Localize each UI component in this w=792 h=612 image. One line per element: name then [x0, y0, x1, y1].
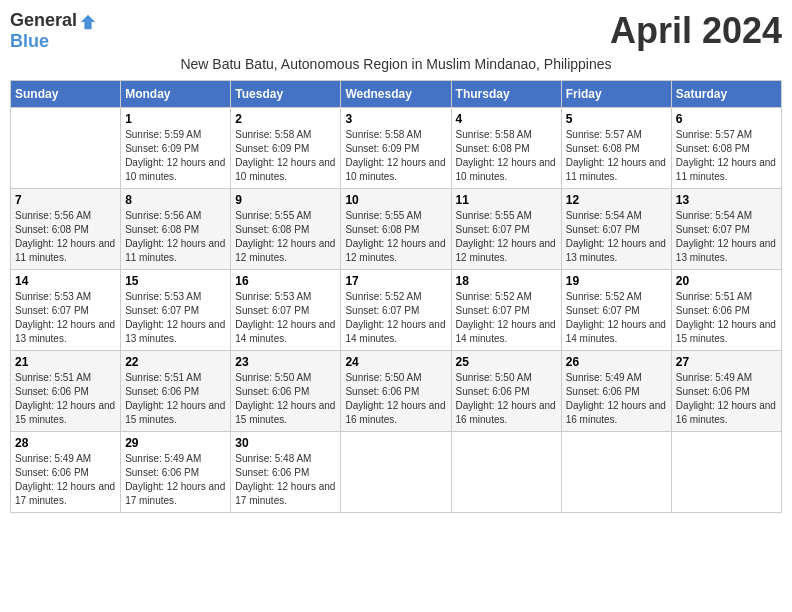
month-title: April 2024: [610, 10, 782, 52]
calendar-cell: 10Sunrise: 5:55 AMSunset: 6:08 PMDayligh…: [341, 189, 451, 270]
day-info: Sunrise: 5:59 AMSunset: 6:09 PMDaylight:…: [125, 128, 226, 184]
day-number: 23: [235, 355, 336, 369]
day-info: Sunrise: 5:52 AMSunset: 6:07 PMDaylight:…: [566, 290, 667, 346]
day-number: 30: [235, 436, 336, 450]
day-number: 9: [235, 193, 336, 207]
calendar-cell: 6Sunrise: 5:57 AMSunset: 6:08 PMDaylight…: [671, 108, 781, 189]
day-number: 20: [676, 274, 777, 288]
calendar-cell: 1Sunrise: 5:59 AMSunset: 6:09 PMDaylight…: [121, 108, 231, 189]
day-info: Sunrise: 5:51 AMSunset: 6:06 PMDaylight:…: [125, 371, 226, 427]
day-info: Sunrise: 5:52 AMSunset: 6:07 PMDaylight:…: [345, 290, 446, 346]
day-info: Sunrise: 5:58 AMSunset: 6:09 PMDaylight:…: [235, 128, 336, 184]
day-info: Sunrise: 5:58 AMSunset: 6:09 PMDaylight:…: [345, 128, 446, 184]
day-info: Sunrise: 5:50 AMSunset: 6:06 PMDaylight:…: [345, 371, 446, 427]
calendar-cell: [451, 432, 561, 513]
calendar-cell: 19Sunrise: 5:52 AMSunset: 6:07 PMDayligh…: [561, 270, 671, 351]
calendar-cell: 2Sunrise: 5:58 AMSunset: 6:09 PMDaylight…: [231, 108, 341, 189]
day-number: 3: [345, 112, 446, 126]
day-number: 29: [125, 436, 226, 450]
col-header-tuesday: Tuesday: [231, 81, 341, 108]
col-header-saturday: Saturday: [671, 81, 781, 108]
day-info: Sunrise: 5:48 AMSunset: 6:06 PMDaylight:…: [235, 452, 336, 508]
calendar-cell: 4Sunrise: 5:58 AMSunset: 6:08 PMDaylight…: [451, 108, 561, 189]
calendar-cell: 15Sunrise: 5:53 AMSunset: 6:07 PMDayligh…: [121, 270, 231, 351]
day-info: Sunrise: 5:51 AMSunset: 6:06 PMDaylight:…: [676, 290, 777, 346]
calendar-cell: 29Sunrise: 5:49 AMSunset: 6:06 PMDayligh…: [121, 432, 231, 513]
calendar-week-1: 1Sunrise: 5:59 AMSunset: 6:09 PMDaylight…: [11, 108, 782, 189]
day-info: Sunrise: 5:53 AMSunset: 6:07 PMDaylight:…: [235, 290, 336, 346]
calendar-cell: 16Sunrise: 5:53 AMSunset: 6:07 PMDayligh…: [231, 270, 341, 351]
day-number: 13: [676, 193, 777, 207]
day-number: 15: [125, 274, 226, 288]
day-number: 14: [15, 274, 116, 288]
day-info: Sunrise: 5:54 AMSunset: 6:07 PMDaylight:…: [676, 209, 777, 265]
day-number: 8: [125, 193, 226, 207]
day-number: 16: [235, 274, 336, 288]
day-number: 24: [345, 355, 446, 369]
day-number: 18: [456, 274, 557, 288]
calendar-cell: 30Sunrise: 5:48 AMSunset: 6:06 PMDayligh…: [231, 432, 341, 513]
day-info: Sunrise: 5:56 AMSunset: 6:08 PMDaylight:…: [15, 209, 116, 265]
day-info: Sunrise: 5:49 AMSunset: 6:06 PMDaylight:…: [566, 371, 667, 427]
day-number: 10: [345, 193, 446, 207]
calendar-cell: 8Sunrise: 5:56 AMSunset: 6:08 PMDaylight…: [121, 189, 231, 270]
svg-marker-0: [81, 15, 95, 29]
col-header-sunday: Sunday: [11, 81, 121, 108]
day-info: Sunrise: 5:53 AMSunset: 6:07 PMDaylight:…: [15, 290, 116, 346]
calendar-cell: 7Sunrise: 5:56 AMSunset: 6:08 PMDaylight…: [11, 189, 121, 270]
day-number: 2: [235, 112, 336, 126]
col-header-monday: Monday: [121, 81, 231, 108]
day-info: Sunrise: 5:50 AMSunset: 6:06 PMDaylight:…: [456, 371, 557, 427]
day-number: 11: [456, 193, 557, 207]
day-info: Sunrise: 5:54 AMSunset: 6:07 PMDaylight:…: [566, 209, 667, 265]
calendar-cell: 13Sunrise: 5:54 AMSunset: 6:07 PMDayligh…: [671, 189, 781, 270]
calendar-cell: 20Sunrise: 5:51 AMSunset: 6:06 PMDayligh…: [671, 270, 781, 351]
calendar-cell: 22Sunrise: 5:51 AMSunset: 6:06 PMDayligh…: [121, 351, 231, 432]
calendar-cell: 11Sunrise: 5:55 AMSunset: 6:07 PMDayligh…: [451, 189, 561, 270]
day-number: 4: [456, 112, 557, 126]
calendar-table: SundayMondayTuesdayWednesdayThursdayFrid…: [10, 80, 782, 513]
calendar-cell: 28Sunrise: 5:49 AMSunset: 6:06 PMDayligh…: [11, 432, 121, 513]
logo: General Blue: [10, 10, 97, 52]
calendar-cell: [671, 432, 781, 513]
day-info: Sunrise: 5:53 AMSunset: 6:07 PMDaylight:…: [125, 290, 226, 346]
calendar-cell: 18Sunrise: 5:52 AMSunset: 6:07 PMDayligh…: [451, 270, 561, 351]
calendar-cell: 12Sunrise: 5:54 AMSunset: 6:07 PMDayligh…: [561, 189, 671, 270]
calendar-cell: 25Sunrise: 5:50 AMSunset: 6:06 PMDayligh…: [451, 351, 561, 432]
col-header-wednesday: Wednesday: [341, 81, 451, 108]
calendar-cell: 24Sunrise: 5:50 AMSunset: 6:06 PMDayligh…: [341, 351, 451, 432]
day-number: 27: [676, 355, 777, 369]
day-info: Sunrise: 5:49 AMSunset: 6:06 PMDaylight:…: [125, 452, 226, 508]
calendar-cell: 26Sunrise: 5:49 AMSunset: 6:06 PMDayligh…: [561, 351, 671, 432]
day-info: Sunrise: 5:55 AMSunset: 6:07 PMDaylight:…: [456, 209, 557, 265]
col-header-thursday: Thursday: [451, 81, 561, 108]
day-number: 5: [566, 112, 667, 126]
calendar-cell: [561, 432, 671, 513]
day-number: 25: [456, 355, 557, 369]
calendar-cell: 27Sunrise: 5:49 AMSunset: 6:06 PMDayligh…: [671, 351, 781, 432]
day-number: 12: [566, 193, 667, 207]
calendar-week-4: 21Sunrise: 5:51 AMSunset: 6:06 PMDayligh…: [11, 351, 782, 432]
calendar-cell: [341, 432, 451, 513]
calendar-cell: 3Sunrise: 5:58 AMSunset: 6:09 PMDaylight…: [341, 108, 451, 189]
day-number: 19: [566, 274, 667, 288]
calendar-cell: 14Sunrise: 5:53 AMSunset: 6:07 PMDayligh…: [11, 270, 121, 351]
calendar-cell: 9Sunrise: 5:55 AMSunset: 6:08 PMDaylight…: [231, 189, 341, 270]
calendar-cell: 21Sunrise: 5:51 AMSunset: 6:06 PMDayligh…: [11, 351, 121, 432]
calendar-week-5: 28Sunrise: 5:49 AMSunset: 6:06 PMDayligh…: [11, 432, 782, 513]
day-number: 22: [125, 355, 226, 369]
logo-icon: [79, 13, 97, 31]
day-info: Sunrise: 5:57 AMSunset: 6:08 PMDaylight:…: [676, 128, 777, 184]
day-info: Sunrise: 5:50 AMSunset: 6:06 PMDaylight:…: [235, 371, 336, 427]
day-info: Sunrise: 5:55 AMSunset: 6:08 PMDaylight:…: [235, 209, 336, 265]
calendar-week-3: 14Sunrise: 5:53 AMSunset: 6:07 PMDayligh…: [11, 270, 782, 351]
day-info: Sunrise: 5:56 AMSunset: 6:08 PMDaylight:…: [125, 209, 226, 265]
day-number: 17: [345, 274, 446, 288]
day-info: Sunrise: 5:51 AMSunset: 6:06 PMDaylight:…: [15, 371, 116, 427]
col-header-friday: Friday: [561, 81, 671, 108]
day-info: Sunrise: 5:55 AMSunset: 6:08 PMDaylight:…: [345, 209, 446, 265]
page-header: General Blue April 2024: [10, 10, 782, 52]
calendar-cell: 5Sunrise: 5:57 AMSunset: 6:08 PMDaylight…: [561, 108, 671, 189]
logo-general: General: [10, 10, 97, 31]
day-number: 21: [15, 355, 116, 369]
